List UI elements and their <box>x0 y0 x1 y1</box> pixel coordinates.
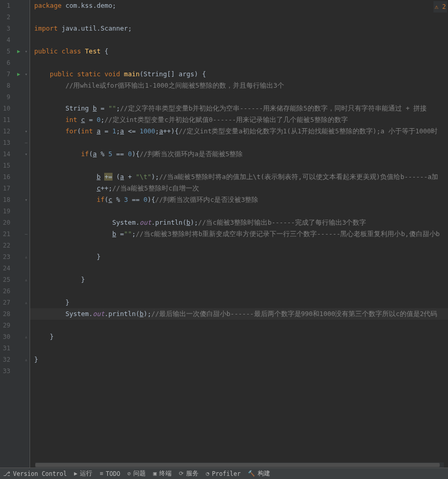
services-tab[interactable]: ⟳ 服务 <box>179 470 199 477</box>
code-line[interactable]: } <box>30 274 448 285</box>
code-line[interactable]: for(int a = 1;a <= 1000;a++){//定义int类型变量… <box>30 126 448 137</box>
gutter-icon-cell[interactable] <box>15 137 23 148</box>
gutter-icon-cell[interactable]: ▶ <box>15 69 23 80</box>
code-line[interactable]: public static void main(String[] args) { <box>30 69 448 80</box>
code-line[interactable] <box>30 320 448 331</box>
gutter-icon-cell[interactable] <box>15 160 23 171</box>
code-line[interactable] <box>30 343 448 354</box>
code-line[interactable] <box>30 263 448 274</box>
gutter-icon-cell[interactable] <box>15 365 23 377</box>
code-line[interactable]: public class Test { <box>30 46 448 57</box>
fold-cell[interactable] <box>23 343 30 354</box>
profiler-tab[interactable]: ◔ Profiler <box>206 470 241 477</box>
fold-cell[interactable] <box>23 263 30 274</box>
version-control-tab[interactable]: ⎇ Version Control <box>3 470 67 477</box>
code-line[interactable]: } <box>30 331 448 343</box>
gutter-icon-cell[interactable] <box>15 194 23 206</box>
code-line[interactable]: } <box>30 297 448 308</box>
code-line[interactable] <box>30 285 448 297</box>
fold-cell[interactable]: ▾ <box>23 69 30 80</box>
code-line[interactable] <box>30 34 448 46</box>
gutter-icon-cell[interactable] <box>15 354 23 365</box>
gutter-icon-cell[interactable] <box>15 217 23 228</box>
run-line-icon[interactable]: ▶ <box>17 69 20 80</box>
code-area[interactable]: ⚠ 2 package com.kss.demo;import java.uti… <box>30 0 448 468</box>
code-line[interactable]: b += (a + "\t");//当a能被5整除时将a的值加上\t(表示制表符… <box>30 171 448 183</box>
fold-cell[interactable] <box>23 103 30 114</box>
gutter-icon-cell[interactable] <box>15 206 23 217</box>
terminal-tab[interactable]: ▣ 终端 <box>153 470 172 477</box>
fold-cell[interactable] <box>23 114 30 126</box>
fold-cell[interactable] <box>23 160 30 171</box>
code-line[interactable]: import java.util.Scanner; <box>30 23 448 34</box>
fold-cell[interactable]: ▵ <box>23 297 30 308</box>
fold-cell[interactable] <box>23 91 30 103</box>
fold-cell[interactable]: ▾ <box>23 126 30 137</box>
fold-cell[interactable] <box>23 183 30 194</box>
gutter-icon-cell[interactable] <box>15 11 23 23</box>
code-line[interactable]: if(c % 3 == 0){//判断当次循环内c是否没被3整除 <box>30 194 448 206</box>
gutter-icon-cell[interactable] <box>15 183 23 194</box>
code-line[interactable] <box>30 137 448 148</box>
fold-cell[interactable] <box>23 171 30 183</box>
fold-cell[interactable] <box>23 80 30 91</box>
fold-cell[interactable] <box>23 285 30 297</box>
code-line[interactable]: package com.kss.demo; <box>30 0 448 11</box>
run-line-icon[interactable]: ▶ <box>17 46 20 57</box>
fold-cell[interactable] <box>23 217 30 228</box>
fold-cell[interactable]: ▵ <box>23 354 30 365</box>
fold-cell[interactable] <box>23 11 30 23</box>
gutter-icon-cell[interactable] <box>15 331 23 343</box>
gutter-icon-cell[interactable] <box>15 57 23 69</box>
code-line[interactable]: String b = "";//定义字符串类型变量b并初始化为空串------用… <box>30 103 448 114</box>
fold-cell[interactable] <box>23 57 30 69</box>
code-line[interactable] <box>30 11 448 23</box>
code-line[interactable]: b ="";//当c能被3整除时将b重新变成空串方便记录下一行三个数字-----… <box>30 228 448 240</box>
code-line[interactable] <box>30 160 448 171</box>
fold-cell[interactable]: ▾ <box>23 194 30 206</box>
code-line[interactable]: if(a % 5 == 0){//判断当次循环内a是否能被5整除 <box>30 148 448 160</box>
fold-cell[interactable]: ▵ <box>23 274 30 285</box>
code-line[interactable]: System.out.println(b);//最后输出一次傻白甜小b-----… <box>30 308 448 320</box>
fold-cell[interactable] <box>23 34 30 46</box>
gutter-icon-cell[interactable] <box>15 114 23 126</box>
gutter-icon-cell[interactable] <box>15 34 23 46</box>
gutter-icon-cell[interactable] <box>15 80 23 91</box>
gutter-icon-cell[interactable] <box>15 23 23 34</box>
gutter-icon-cell[interactable] <box>15 126 23 137</box>
gutter-icon-cell[interactable] <box>15 103 23 114</box>
gutter-icon-cell[interactable] <box>15 320 23 331</box>
code-line[interactable] <box>30 206 448 217</box>
gutter-icon-cell[interactable] <box>15 0 23 11</box>
fold-cell[interactable] <box>23 0 30 11</box>
code-line[interactable]: } <box>30 354 448 365</box>
gutter-icon-cell[interactable] <box>15 308 23 320</box>
gutter-icon-cell[interactable] <box>15 240 23 251</box>
code-line[interactable]: c++;//当a能被5整除时c自增一次 <box>30 183 448 194</box>
fold-cell[interactable]: ‒ <box>23 137 30 148</box>
fold-cell[interactable]: ▵ <box>23 251 30 263</box>
todo-tab[interactable]: ≡ TODO <box>100 470 120 477</box>
code-line[interactable] <box>30 57 448 69</box>
code-line[interactable] <box>30 365 448 377</box>
gutter-icon-cell[interactable] <box>15 343 23 354</box>
fold-cell[interactable] <box>23 23 30 34</box>
warning-indicator[interactable]: ⚠ 2 <box>433 1 447 12</box>
gutter-icon-cell[interactable] <box>15 228 23 240</box>
gutter-icon-cell[interactable] <box>15 91 23 103</box>
run-tab[interactable]: ▶ 运行 <box>74 470 93 477</box>
fold-cell[interactable]: ▾ <box>23 148 30 160</box>
gutter-icon-cell[interactable] <box>15 297 23 308</box>
fold-cell[interactable] <box>23 240 30 251</box>
fold-cell[interactable] <box>23 365 30 377</box>
gutter-icon-cell[interactable] <box>15 148 23 160</box>
gutter-icon-cell[interactable] <box>15 263 23 274</box>
code-line[interactable]: int c = 0;//定义int类型变量c并初始化赋值0------用来记录输… <box>30 114 448 126</box>
gutter-icon-cell[interactable] <box>15 274 23 285</box>
horizontal-scrollbar[interactable] <box>35 462 444 468</box>
code-line[interactable]: } <box>30 251 448 263</box>
gutter-icon-cell[interactable] <box>15 251 23 263</box>
gutter-icon-cell[interactable] <box>15 171 23 183</box>
fold-cell[interactable] <box>23 308 30 320</box>
fold-cell[interactable] <box>23 320 30 331</box>
